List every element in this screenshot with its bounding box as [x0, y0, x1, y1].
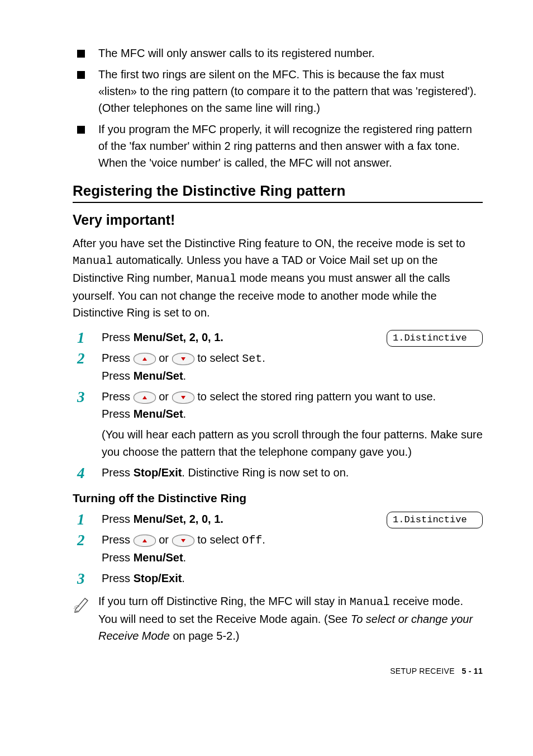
step-item: 4 Press Stop/Exit. Distinctive Ring is n…: [73, 464, 483, 481]
key-menuset: Menu/Set: [134, 370, 183, 382]
step-text: or: [159, 533, 172, 546]
step-text: to select: [197, 352, 242, 364]
up-arrow-icon: [134, 353, 156, 365]
heading-turn-off: Turning off the Distinctive Ring: [73, 492, 483, 505]
step-text: , 2, 0, 1.: [183, 513, 223, 525]
step-number: 2: [77, 347, 85, 371]
step-number: 3: [77, 568, 85, 591]
step-number: 1: [77, 327, 85, 350]
bullet-item: If you program the MFC properly, it will…: [73, 121, 483, 171]
steps-registering: 1 Press Menu/Set, 2, 0, 1. 1.Distinctive…: [73, 329, 483, 481]
step-text: to select: [197, 533, 242, 546]
step-item: 1 Press Menu/Set, 2, 0, 1. 1.Distinctive: [73, 511, 483, 528]
step-text: Press: [102, 370, 134, 382]
code-manual: Manual: [350, 596, 390, 608]
intro-code-manual: Manual: [196, 272, 236, 285]
code-off: Off: [242, 534, 262, 547]
heading-very-important: Very important!: [73, 212, 483, 228]
step-text: Press: [102, 572, 134, 584]
step-text: , 2, 0, 1.: [183, 331, 223, 343]
step-text: .: [183, 551, 187, 564]
intro-code-manual: Manual: [73, 254, 113, 267]
step-text: .: [182, 572, 185, 584]
note-icon: [73, 595, 92, 616]
step-item: 3 Press Stop/Exit.: [73, 570, 483, 587]
bullet-item: The first two rings are silent on the MF…: [73, 66, 483, 116]
up-arrow-icon: [134, 535, 156, 547]
intro-paragraph: After you have set the Distinctive Ring …: [73, 235, 483, 321]
key-menuset: Menu/Set: [134, 331, 183, 343]
step-text: . Distinctive Ring is now set to on.: [182, 466, 349, 479]
note-part: If you turn off Distinctive Ring, the MF…: [98, 595, 350, 607]
step-text: .: [262, 352, 265, 364]
step-item: 2 Press or to select Set. Press Menu/Set…: [73, 349, 483, 385]
bulleted-list: The MFC will only answer calls to its re…: [73, 45, 483, 171]
step-text: or: [159, 390, 172, 403]
step-text: Press: [102, 390, 134, 403]
page-footer: SETUP RECEIVE 5 - 11: [73, 667, 483, 675]
step-item: 3 Press or to select the stored ring pat…: [73, 388, 483, 461]
step-text: .: [183, 408, 187, 420]
footer-page-number: 5 - 11: [461, 667, 483, 675]
step-text: Press: [102, 466, 134, 479]
code-set: Set: [242, 352, 262, 365]
bullet-item: The MFC will only answer calls to its re…: [73, 45, 483, 62]
step-number: 1: [77, 508, 85, 532]
heading-registering: Registering the Distinctive Ring pattern: [73, 182, 483, 203]
step-item: 2 Press or to select Off. Press Menu/Set…: [73, 531, 483, 566]
key-menuset: Menu/Set: [134, 551, 183, 564]
step-text: to select the stored ring pattern you wa…: [197, 390, 436, 403]
step-text: Press: [102, 551, 134, 564]
note-block: If you turn off Distinctive Ring, the MF…: [73, 593, 483, 644]
down-arrow-icon: [172, 535, 194, 547]
up-arrow-icon: [134, 391, 156, 404]
intro-text: After you have set the Distinctive Ring …: [73, 237, 465, 249]
footer-section: SETUP RECEIVE: [390, 667, 455, 675]
key-stopexit: Stop/Exit: [134, 466, 182, 479]
step-text: Press: [102, 352, 134, 364]
step-number: 2: [77, 529, 85, 552]
key-stopexit: Stop/Exit: [134, 572, 182, 584]
lcd-display: 1.Distinctive: [387, 512, 483, 528]
step-text: Press: [102, 408, 134, 420]
key-menuset: Menu/Set: [134, 408, 183, 420]
lcd-display: 1.Distinctive: [387, 330, 483, 347]
step-number: 3: [77, 386, 85, 409]
key-menuset: Menu/Set: [134, 513, 183, 525]
step-text: or: [159, 352, 172, 364]
down-arrow-icon: [172, 391, 194, 404]
step-item: 1 Press Menu/Set, 2, 0, 1. 1.Distinctive: [73, 329, 483, 346]
step-text: .: [183, 370, 187, 382]
step-text: Press: [102, 533, 134, 546]
step-text: .: [262, 533, 265, 546]
note-text: If you turn off Distinctive Ring, the MF…: [98, 593, 483, 644]
down-arrow-icon: [172, 353, 194, 365]
steps-turn-off: 1 Press Menu/Set, 2, 0, 1. 1.Distinctive…: [73, 511, 483, 587]
step-subtext: (You will hear each pattern as you scrol…: [102, 426, 483, 461]
step-text: Press: [102, 331, 134, 343]
step-text: Press: [102, 513, 134, 525]
step-number: 4: [77, 462, 85, 485]
note-part: on page 5-2.): [170, 630, 240, 642]
